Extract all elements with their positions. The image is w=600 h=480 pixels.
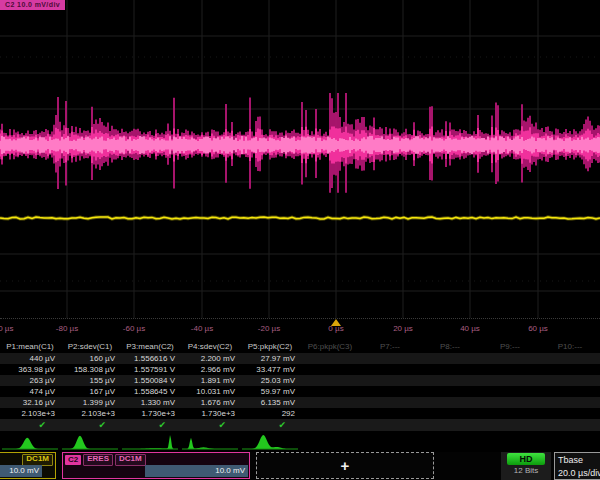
measure-cell: 33.477 mV xyxy=(240,364,300,375)
add-trace-button[interactable]: + xyxy=(256,452,434,479)
c2-coupling-badge: DC1M xyxy=(115,454,146,466)
histicon-P1[interactable] xyxy=(2,432,58,452)
measure-cell: 167 µV xyxy=(60,386,120,397)
measure-cell: 440 µV xyxy=(0,353,60,364)
measure-cell xyxy=(300,375,360,386)
measure-cell xyxy=(360,375,420,386)
measure-cell xyxy=(300,353,360,364)
hd-badge: HD xyxy=(507,453,545,465)
measure-cell xyxy=(420,397,480,408)
oscilloscope-screen: C2 10.0 mV/div -100 µs-80 µs-60 µs-40 µs… xyxy=(0,0,600,480)
measure-cell xyxy=(540,375,600,386)
measure-cell: 474 µV xyxy=(0,386,60,397)
measure-header[interactable]: P8:--- xyxy=(420,341,480,353)
time-tick-label: -60 µs xyxy=(123,324,145,333)
measure-cell: 59.97 mV xyxy=(240,386,300,397)
hd-bits-label: 12 Bits xyxy=(501,465,551,477)
measure-header-row: P1:mean(C1)P2:sdev(C1)P3:mean(C2)P4:sdev… xyxy=(0,341,600,353)
measure-header[interactable]: P5:pkpk(C2) xyxy=(240,341,300,353)
measure-cell: 160 µV xyxy=(60,353,120,364)
measure-cell xyxy=(480,386,540,397)
time-tick-label: -40 µs xyxy=(191,324,213,333)
measure-header[interactable]: P9:--- xyxy=(480,341,540,353)
measure-cell: 292 xyxy=(240,408,300,419)
measure-cell xyxy=(540,397,600,408)
measure-cell: 2.103e+3 xyxy=(0,408,60,419)
measure-cell: 2.200 mV xyxy=(180,353,240,364)
status-check-icon: ✔ xyxy=(0,419,60,431)
measure-cell xyxy=(360,386,420,397)
timebase-label: Tbase xyxy=(555,453,600,466)
measure-cell xyxy=(420,386,480,397)
time-tick-label: 0 µs xyxy=(328,324,343,333)
measure-header[interactable]: P4:sdev(C2) xyxy=(180,341,240,353)
measure-cell xyxy=(360,364,420,375)
measure-table: P1:mean(C1)P2:sdev(C1)P3:mean(C2)P4:sdev… xyxy=(0,341,600,431)
measure-cell: 1.330 mV xyxy=(120,397,180,408)
measure-cell: 2.103e+3 xyxy=(60,408,120,419)
time-tick-label: -80 µs xyxy=(56,324,78,333)
measure-cell xyxy=(300,408,360,419)
measure-cell: 1.676 mV xyxy=(180,397,240,408)
histicon-P5[interactable] xyxy=(242,432,298,452)
measure-cell: 1.550084 V xyxy=(120,375,180,386)
measure-cell: 27.97 mV xyxy=(240,353,300,364)
measure-cell: 6.135 mV xyxy=(240,397,300,408)
measure-cell: 155 µV xyxy=(60,375,120,386)
measure-cell: 2.966 mV xyxy=(180,364,240,375)
time-tick-label: -100 µs xyxy=(0,324,13,333)
measure-status-row: ✔✔✔✔✔ xyxy=(0,419,600,431)
measure-header[interactable]: P10:--- xyxy=(540,341,600,353)
measure-cell: 363.98 µV xyxy=(0,364,60,375)
histicon-row xyxy=(0,432,600,452)
measure-row: 2.103e+32.103e+31.730e+31.730e+3292 xyxy=(0,408,600,419)
time-axis: -100 µs-80 µs-60 µs-40 µs-20 µs0 µs20 µs… xyxy=(0,318,600,341)
measure-row: 440 µV160 µV1.556616 V2.200 mV27.97 mV xyxy=(0,353,600,364)
timebase-box[interactable]: Tbase 20.0 µs/div xyxy=(554,452,600,480)
measure-cell: 25.03 mV xyxy=(240,375,300,386)
status-check-icon: ✔ xyxy=(180,419,240,431)
histicon-P4[interactable] xyxy=(182,432,238,452)
measure-cell xyxy=(540,353,600,364)
measure-cell: 1.730e+3 xyxy=(180,408,240,419)
measure-cell: 1.730e+3 xyxy=(120,408,180,419)
waveform-grid: C2 10.0 mV/div xyxy=(0,0,600,318)
measure-cell xyxy=(480,397,540,408)
timebase-scale: 20.0 µs/div xyxy=(555,466,600,479)
histicon-P3[interactable] xyxy=(122,432,178,452)
measure-cell xyxy=(420,408,480,419)
c1-vertical-scale: 10.0 mV xyxy=(0,465,42,477)
measure-header[interactable]: P3:mean(C2) xyxy=(120,341,180,353)
measure-cell xyxy=(480,375,540,386)
time-tick-label: 40 µs xyxy=(460,324,480,333)
measure-cell: 1.558645 V xyxy=(120,386,180,397)
measure-row: 474 µV167 µV1.558645 V10.031 mV59.97 mV xyxy=(0,386,600,397)
measure-cell xyxy=(480,353,540,364)
plus-icon: + xyxy=(341,457,350,474)
time-tick-label: -20 µs xyxy=(258,324,280,333)
measure-header[interactable]: P2:sdev(C1) xyxy=(60,341,120,353)
measure-row: 363.98 µV158.308 µV1.557591 V2.966 mV33.… xyxy=(0,364,600,375)
time-tick-label: 60 µs xyxy=(528,324,548,333)
measure-cell: 158.308 µV xyxy=(60,364,120,375)
measure-cell xyxy=(360,353,420,364)
measure-cell: 1.891 mV xyxy=(180,375,240,386)
histicon-P2[interactable] xyxy=(62,432,118,452)
descriptor-bar: C1 DC1M 10.0 mV C2 ERES DC1M 10.0 mV + H… xyxy=(0,452,600,480)
waveform-canvas xyxy=(0,0,600,318)
measure-cell: 1.557591 V xyxy=(120,364,180,375)
c2-eres-badge: ERES xyxy=(83,454,113,466)
measure-header[interactable]: P6:pkpk(C3) xyxy=(300,341,360,353)
measure-cell xyxy=(480,408,540,419)
measure-cell xyxy=(420,353,480,364)
measure-row: 32.16 µV1.399 µV1.330 mV1.676 mV6.135 mV xyxy=(0,397,600,408)
measure-cell: 10.031 mV xyxy=(180,386,240,397)
c2-descriptor-box[interactable]: C2 ERES DC1M 10.0 mV xyxy=(62,452,250,479)
measure-header[interactable]: P7:--- xyxy=(360,341,420,353)
measure-cell: 1.556616 V xyxy=(120,353,180,364)
measure-cell xyxy=(300,364,360,375)
measure-header[interactable]: P1:mean(C1) xyxy=(0,341,60,353)
status-check-icon xyxy=(300,419,360,431)
c1-descriptor-box[interactable]: C1 DC1M 10.0 mV xyxy=(0,452,56,479)
status-check-icon: ✔ xyxy=(60,419,120,431)
